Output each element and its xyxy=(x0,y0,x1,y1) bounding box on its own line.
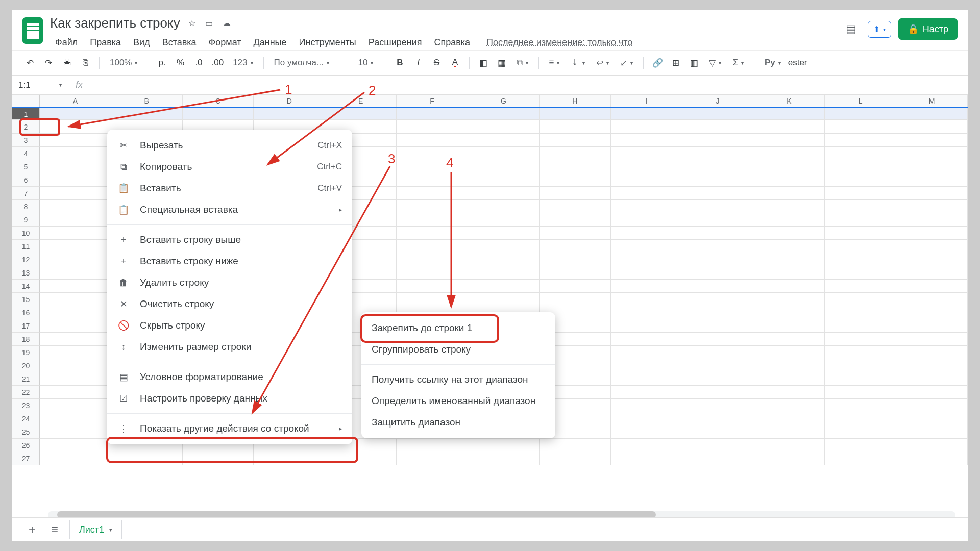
cell-A20[interactable] xyxy=(40,359,111,372)
cell-M23[interactable] xyxy=(896,399,968,412)
row-header-13[interactable]: 13 xyxy=(12,266,40,280)
cell-F15[interactable] xyxy=(397,293,468,306)
sub-protect[interactable]: Защитить диапазон xyxy=(361,412,555,433)
cell-G1[interactable] xyxy=(468,108,540,120)
cell-J1[interactable] xyxy=(682,108,754,120)
cell-J25[interactable] xyxy=(682,425,754,439)
sheet-tab-1[interactable]: Лист1▾ xyxy=(69,520,122,539)
col-header-M[interactable]: M xyxy=(896,95,968,107)
cell-J26[interactable] xyxy=(682,439,754,452)
cell-K20[interactable] xyxy=(753,359,825,372)
select-all-corner[interactable] xyxy=(12,95,40,107)
cell-H10[interactable] xyxy=(540,227,611,240)
cell-H3[interactable] xyxy=(540,134,611,147)
cell-L9[interactable] xyxy=(825,213,896,227)
strike-button[interactable]: S xyxy=(429,55,445,71)
cell-M5[interactable] xyxy=(896,160,968,173)
row-header-7[interactable]: 7 xyxy=(12,187,40,200)
cell-K15[interactable] xyxy=(753,293,825,306)
cell-L6[interactable] xyxy=(825,173,896,187)
cell-J20[interactable] xyxy=(682,359,754,372)
cell-M8[interactable] xyxy=(896,200,968,213)
undo-icon[interactable]: ↶ xyxy=(22,55,38,71)
cell-K14[interactable] xyxy=(753,280,825,293)
cell-I21[interactable] xyxy=(611,372,682,386)
cell-F6[interactable] xyxy=(397,173,468,187)
cell-I5[interactable] xyxy=(611,160,682,173)
cell-K13[interactable] xyxy=(753,266,825,280)
cell-F11[interactable] xyxy=(397,240,468,253)
decrease-decimal-button[interactable]: .0 xyxy=(191,55,206,71)
row-header-27[interactable]: 27 xyxy=(12,452,40,465)
ctx-conditional-format[interactable]: ▤Условное форматирование xyxy=(107,366,352,388)
cell-A22[interactable] xyxy=(40,386,111,399)
cell-M6[interactable] xyxy=(896,173,968,187)
ctx-paste[interactable]: 📋ВставитьCtrl+V xyxy=(107,178,352,199)
cell-J10[interactable] xyxy=(682,227,754,240)
cell-L21[interactable] xyxy=(825,372,896,386)
cell-M19[interactable] xyxy=(896,346,968,359)
cell-J19[interactable] xyxy=(682,346,754,359)
cell-J18[interactable] xyxy=(682,333,754,346)
cell-I25[interactable] xyxy=(611,425,682,439)
cell-M7[interactable] xyxy=(896,187,968,200)
cell-A8[interactable] xyxy=(40,200,111,213)
menu-file[interactable]: Файл xyxy=(50,35,83,50)
cell-L3[interactable] xyxy=(825,134,896,147)
cell-M24[interactable] xyxy=(896,412,968,425)
cell-J22[interactable] xyxy=(682,386,754,399)
cell-H12[interactable] xyxy=(540,253,611,266)
cell-J7[interactable] xyxy=(682,187,754,200)
col-header-C[interactable]: C xyxy=(183,95,254,107)
cell-M17[interactable] xyxy=(896,319,968,333)
row-header-20[interactable]: 20 xyxy=(12,359,40,372)
row-header-15[interactable]: 15 xyxy=(12,293,40,306)
cell-J15[interactable] xyxy=(682,293,754,306)
move-icon[interactable]: ▭ xyxy=(204,18,215,29)
cell-F2[interactable] xyxy=(397,120,468,134)
cell-J8[interactable] xyxy=(682,200,754,213)
cell-F4[interactable] xyxy=(397,147,468,160)
font-dropdown[interactable]: По умолча...▾ xyxy=(270,58,341,68)
cell-A6[interactable] xyxy=(40,173,111,187)
cell-L26[interactable] xyxy=(825,439,896,452)
row-header-8[interactable]: 8 xyxy=(12,200,40,213)
sub-get-link[interactable]: Получить ссылку на этот диапазон xyxy=(361,369,555,390)
cell-J16[interactable] xyxy=(682,306,754,319)
cell-K16[interactable] xyxy=(753,306,825,319)
cell-I26[interactable] xyxy=(611,439,682,452)
menu-help[interactable]: Справка xyxy=(429,35,475,50)
cell-G11[interactable] xyxy=(468,240,540,253)
row-header-17[interactable]: 17 xyxy=(12,319,40,333)
menu-data[interactable]: Данные xyxy=(249,35,292,50)
row-header-19[interactable]: 19 xyxy=(12,346,40,359)
cell-H27[interactable] xyxy=(540,452,611,465)
cell-B1[interactable] xyxy=(111,108,183,120)
cell-K7[interactable] xyxy=(753,187,825,200)
row-header-16[interactable]: 16 xyxy=(12,306,40,319)
cell-L11[interactable] xyxy=(825,240,896,253)
row-header-11[interactable]: 11 xyxy=(12,240,40,253)
cell-L1[interactable] xyxy=(825,108,896,120)
cell-L17[interactable] xyxy=(825,319,896,333)
row-header-5[interactable]: 5 xyxy=(12,160,40,173)
cell-I15[interactable] xyxy=(611,293,682,306)
cell-A26[interactable] xyxy=(40,439,111,452)
cell-H26[interactable] xyxy=(540,439,611,452)
cell-F9[interactable] xyxy=(397,213,468,227)
cell-G26[interactable] xyxy=(468,439,540,452)
cell-G5[interactable] xyxy=(468,160,540,173)
cell-F1[interactable] xyxy=(397,108,468,120)
cell-J21[interactable] xyxy=(682,372,754,386)
row-header-4[interactable]: 4 xyxy=(12,147,40,160)
col-header-L[interactable]: L xyxy=(825,95,896,107)
ctx-clear-row[interactable]: ✕Очистить строку xyxy=(107,293,352,315)
halign-dropdown[interactable]: ≡▾ xyxy=(545,58,564,68)
text-color-button[interactable]: A xyxy=(448,55,463,71)
cell-K19[interactable] xyxy=(753,346,825,359)
col-header-J[interactable]: J xyxy=(682,95,754,107)
cell-J11[interactable] xyxy=(682,240,754,253)
col-header-B[interactable]: B xyxy=(111,95,183,107)
chart-icon[interactable]: ▥ xyxy=(687,55,702,71)
cell-I7[interactable] xyxy=(611,187,682,200)
